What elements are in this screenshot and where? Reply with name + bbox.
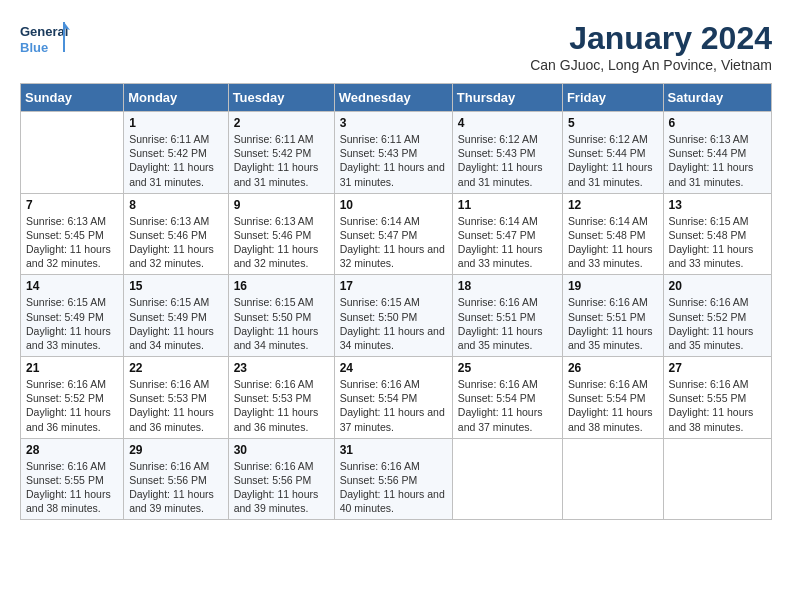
day-number: 29 [129, 443, 222, 457]
day-info: Sunrise: 6:16 AMSunset: 5:54 PMDaylight:… [340, 377, 447, 434]
day-number: 22 [129, 361, 222, 375]
calendar-cell: 7 Sunrise: 6:13 AMSunset: 5:45 PMDayligh… [21, 193, 124, 275]
day-info: Sunrise: 6:16 AMSunset: 5:56 PMDaylight:… [340, 459, 447, 516]
calendar-cell: 2 Sunrise: 6:11 AMSunset: 5:42 PMDayligh… [228, 112, 334, 194]
calendar-cell: 23 Sunrise: 6:16 AMSunset: 5:53 PMDaylig… [228, 357, 334, 439]
day-number: 26 [568, 361, 658, 375]
day-info: Sunrise: 6:16 AMSunset: 5:53 PMDaylight:… [129, 377, 222, 434]
calendar-cell: 9 Sunrise: 6:13 AMSunset: 5:46 PMDayligh… [228, 193, 334, 275]
calendar-cell: 3 Sunrise: 6:11 AMSunset: 5:43 PMDayligh… [334, 112, 452, 194]
week-row-1: 1 Sunrise: 6:11 AMSunset: 5:42 PMDayligh… [21, 112, 772, 194]
calendar-cell: 13 Sunrise: 6:15 AMSunset: 5:48 PMDaylig… [663, 193, 771, 275]
day-number: 23 [234, 361, 329, 375]
day-info: Sunrise: 6:12 AMSunset: 5:43 PMDaylight:… [458, 132, 557, 189]
day-number: 11 [458, 198, 557, 212]
calendar-cell: 21 Sunrise: 6:16 AMSunset: 5:52 PMDaylig… [21, 357, 124, 439]
day-number: 14 [26, 279, 118, 293]
calendar-cell [663, 438, 771, 520]
day-info: Sunrise: 6:13 AMSunset: 5:46 PMDaylight:… [234, 214, 329, 271]
day-info: Sunrise: 6:12 AMSunset: 5:44 PMDaylight:… [568, 132, 658, 189]
day-number: 12 [568, 198, 658, 212]
header-friday: Friday [562, 84, 663, 112]
day-number: 28 [26, 443, 118, 457]
day-info: Sunrise: 6:11 AMSunset: 5:42 PMDaylight:… [234, 132, 329, 189]
day-number: 16 [234, 279, 329, 293]
calendar-cell: 27 Sunrise: 6:16 AMSunset: 5:55 PMDaylig… [663, 357, 771, 439]
day-info: Sunrise: 6:13 AMSunset: 5:46 PMDaylight:… [129, 214, 222, 271]
calendar-cell: 15 Sunrise: 6:15 AMSunset: 5:49 PMDaylig… [124, 275, 228, 357]
day-number: 21 [26, 361, 118, 375]
day-number: 8 [129, 198, 222, 212]
day-info: Sunrise: 6:11 AMSunset: 5:43 PMDaylight:… [340, 132, 447, 189]
day-number: 1 [129, 116, 222, 130]
day-number: 3 [340, 116, 447, 130]
calendar-cell: 5 Sunrise: 6:12 AMSunset: 5:44 PMDayligh… [562, 112, 663, 194]
day-info: Sunrise: 6:14 AMSunset: 5:48 PMDaylight:… [568, 214, 658, 271]
calendar-cell: 22 Sunrise: 6:16 AMSunset: 5:53 PMDaylig… [124, 357, 228, 439]
day-info: Sunrise: 6:16 AMSunset: 5:54 PMDaylight:… [568, 377, 658, 434]
day-info: Sunrise: 6:14 AMSunset: 5:47 PMDaylight:… [340, 214, 447, 271]
day-info: Sunrise: 6:16 AMSunset: 5:53 PMDaylight:… [234, 377, 329, 434]
calendar-cell: 1 Sunrise: 6:11 AMSunset: 5:42 PMDayligh… [124, 112, 228, 194]
day-number: 13 [669, 198, 766, 212]
calendar-cell: 19 Sunrise: 6:16 AMSunset: 5:51 PMDaylig… [562, 275, 663, 357]
header-monday: Monday [124, 84, 228, 112]
day-info: Sunrise: 6:15 AMSunset: 5:50 PMDaylight:… [340, 295, 447, 352]
calendar-cell: 10 Sunrise: 6:14 AMSunset: 5:47 PMDaylig… [334, 193, 452, 275]
day-info: Sunrise: 6:16 AMSunset: 5:56 PMDaylight:… [129, 459, 222, 516]
day-number: 7 [26, 198, 118, 212]
calendar-cell: 4 Sunrise: 6:12 AMSunset: 5:43 PMDayligh… [452, 112, 562, 194]
week-row-4: 21 Sunrise: 6:16 AMSunset: 5:52 PMDaylig… [21, 357, 772, 439]
day-info: Sunrise: 6:13 AMSunset: 5:45 PMDaylight:… [26, 214, 118, 271]
calendar-cell: 6 Sunrise: 6:13 AMSunset: 5:44 PMDayligh… [663, 112, 771, 194]
calendar-cell: 24 Sunrise: 6:16 AMSunset: 5:54 PMDaylig… [334, 357, 452, 439]
calendar-cell: 8 Sunrise: 6:13 AMSunset: 5:46 PMDayligh… [124, 193, 228, 275]
header-thursday: Thursday [452, 84, 562, 112]
calendar-cell: 17 Sunrise: 6:15 AMSunset: 5:50 PMDaylig… [334, 275, 452, 357]
header-tuesday: Tuesday [228, 84, 334, 112]
location: Can GJuoc, Long An Povince, Vietnam [530, 57, 772, 73]
day-info: Sunrise: 6:11 AMSunset: 5:42 PMDaylight:… [129, 132, 222, 189]
day-info: Sunrise: 6:15 AMSunset: 5:50 PMDaylight:… [234, 295, 329, 352]
calendar-cell [21, 112, 124, 194]
calendar-cell: 30 Sunrise: 6:16 AMSunset: 5:56 PMDaylig… [228, 438, 334, 520]
day-number: 25 [458, 361, 557, 375]
day-number: 17 [340, 279, 447, 293]
calendar-cell: 12 Sunrise: 6:14 AMSunset: 5:48 PMDaylig… [562, 193, 663, 275]
calendar-header-row: SundayMondayTuesdayWednesdayThursdayFrid… [21, 84, 772, 112]
day-number: 4 [458, 116, 557, 130]
day-info: Sunrise: 6:15 AMSunset: 5:48 PMDaylight:… [669, 214, 766, 271]
header-saturday: Saturday [663, 84, 771, 112]
svg-text:General: General [20, 24, 68, 39]
day-number: 24 [340, 361, 447, 375]
calendar-cell: 18 Sunrise: 6:16 AMSunset: 5:51 PMDaylig… [452, 275, 562, 357]
day-number: 6 [669, 116, 766, 130]
calendar-cell: 25 Sunrise: 6:16 AMSunset: 5:54 PMDaylig… [452, 357, 562, 439]
day-info: Sunrise: 6:16 AMSunset: 5:51 PMDaylight:… [458, 295, 557, 352]
header-wednesday: Wednesday [334, 84, 452, 112]
day-info: Sunrise: 6:15 AMSunset: 5:49 PMDaylight:… [26, 295, 118, 352]
day-number: 5 [568, 116, 658, 130]
calendar-cell: 31 Sunrise: 6:16 AMSunset: 5:56 PMDaylig… [334, 438, 452, 520]
day-number: 31 [340, 443, 447, 457]
day-info: Sunrise: 6:16 AMSunset: 5:52 PMDaylight:… [26, 377, 118, 434]
logo: General Blue [20, 20, 70, 65]
calendar-cell: 20 Sunrise: 6:16 AMSunset: 5:52 PMDaylig… [663, 275, 771, 357]
calendar-cell: 26 Sunrise: 6:16 AMSunset: 5:54 PMDaylig… [562, 357, 663, 439]
page-header: General Blue January 2024 Can GJuoc, Lon… [20, 20, 772, 73]
day-number: 20 [669, 279, 766, 293]
day-info: Sunrise: 6:16 AMSunset: 5:52 PMDaylight:… [669, 295, 766, 352]
calendar-cell [562, 438, 663, 520]
day-info: Sunrise: 6:16 AMSunset: 5:51 PMDaylight:… [568, 295, 658, 352]
day-number: 10 [340, 198, 447, 212]
week-row-3: 14 Sunrise: 6:15 AMSunset: 5:49 PMDaylig… [21, 275, 772, 357]
day-info: Sunrise: 6:16 AMSunset: 5:55 PMDaylight:… [669, 377, 766, 434]
calendar-cell: 28 Sunrise: 6:16 AMSunset: 5:55 PMDaylig… [21, 438, 124, 520]
day-number: 15 [129, 279, 222, 293]
day-number: 30 [234, 443, 329, 457]
week-row-5: 28 Sunrise: 6:16 AMSunset: 5:55 PMDaylig… [21, 438, 772, 520]
day-info: Sunrise: 6:15 AMSunset: 5:49 PMDaylight:… [129, 295, 222, 352]
calendar-cell: 11 Sunrise: 6:14 AMSunset: 5:47 PMDaylig… [452, 193, 562, 275]
day-info: Sunrise: 6:14 AMSunset: 5:47 PMDaylight:… [458, 214, 557, 271]
logo-svg: General Blue [20, 20, 70, 65]
